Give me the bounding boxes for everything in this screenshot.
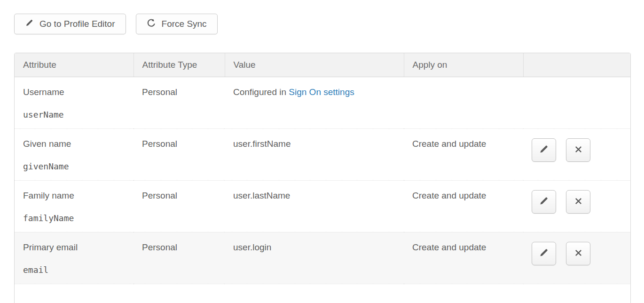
attribute-type: Personal xyxy=(142,190,216,201)
attribute-type-cell: Personal xyxy=(134,180,225,232)
table-row: Primary email email Personal user.login … xyxy=(15,232,631,284)
attributes-table-body: Username userName Personal Configured in… xyxy=(15,77,631,303)
attribute-type: Personal xyxy=(142,87,216,98)
attribute-type-cell: Personal xyxy=(134,232,225,284)
attribute-label: Primary email xyxy=(23,242,125,253)
attributes-table: Attribute Attribute Type Value Apply on … xyxy=(14,53,631,303)
attribute-label: Family name xyxy=(23,190,125,201)
apply-on-cell: Create and update xyxy=(404,180,523,232)
value-text: user.lastName xyxy=(233,191,290,200)
toolbar: Go to Profile Editor Force Sync xyxy=(14,14,644,34)
header-attribute: Attribute xyxy=(15,53,134,77)
attribute-variable: email xyxy=(23,264,125,276)
value-cell: user.lastName xyxy=(225,180,404,232)
close-icon xyxy=(573,144,583,156)
close-icon xyxy=(573,248,583,259)
apply-on-cell: Create and update xyxy=(404,128,523,180)
attribute-cell: Primary email email xyxy=(15,232,134,284)
apply-on-text: Create and update xyxy=(412,138,515,150)
close-icon xyxy=(573,196,583,207)
pencil-icon xyxy=(539,196,549,207)
attribute-type: Personal xyxy=(142,138,216,150)
table-row: Family name familyName Personal user.las… xyxy=(15,180,631,232)
header-apply-on: Apply on xyxy=(404,53,523,77)
refresh-icon xyxy=(147,18,156,30)
attribute-type: Personal xyxy=(142,242,216,253)
apply-on-cell: Create and update xyxy=(404,232,523,284)
table-row-partial xyxy=(15,284,631,303)
apply-on-text: Create and update xyxy=(412,190,515,201)
actions-cell xyxy=(523,232,631,284)
table-row: Username userName Personal Configured in… xyxy=(15,77,631,128)
attribute-cell: Given name givenName xyxy=(15,128,134,180)
force-sync-button[interactable]: Force Sync xyxy=(136,14,218,34)
actions-cell xyxy=(523,180,631,232)
page: Go to Profile Editor Force Sync Attribut… xyxy=(0,0,644,303)
attribute-variable: userName xyxy=(23,109,125,120)
attribute-label: Given name xyxy=(23,138,125,150)
attribute-label: Username xyxy=(23,87,125,98)
table-row: Given name givenName Personal user.first… xyxy=(15,128,631,180)
table-header: Attribute Attribute Type Value Apply on xyxy=(15,53,631,77)
value-text: Configured in xyxy=(233,87,289,97)
sign-on-settings-link[interactable]: Sign On settings xyxy=(289,87,354,97)
edit-attribute-button[interactable] xyxy=(532,242,556,265)
header-value: Value xyxy=(225,53,404,77)
attribute-type-cell: Personal xyxy=(134,77,225,128)
value-cell: Configured in Sign On settings xyxy=(225,77,404,128)
delete-attribute-button[interactable] xyxy=(566,242,590,265)
actions-cell xyxy=(523,77,631,128)
apply-on-cell xyxy=(404,77,523,128)
pencil-icon xyxy=(539,144,549,156)
edit-attribute-button[interactable] xyxy=(532,190,556,214)
row-actions xyxy=(532,242,622,265)
actions-cell xyxy=(523,128,631,180)
attribute-variable: familyName xyxy=(23,213,125,224)
row-actions xyxy=(532,138,622,162)
go-to-profile-editor-button[interactable]: Go to Profile Editor xyxy=(14,14,126,34)
delete-attribute-button[interactable] xyxy=(566,190,590,214)
row-actions xyxy=(532,190,622,214)
value-cell: user.firstName xyxy=(225,128,404,180)
edit-attribute-button[interactable] xyxy=(532,138,556,162)
pencil-icon xyxy=(539,247,549,259)
attribute-cell: Username userName xyxy=(15,77,134,128)
force-sync-label: Force Sync xyxy=(162,19,207,29)
pencil-icon xyxy=(25,18,34,30)
header-attribute-type: Attribute Type xyxy=(134,53,225,77)
value-text: user.firstName xyxy=(233,139,291,149)
attribute-type-cell: Personal xyxy=(134,128,225,180)
header-actions xyxy=(523,53,631,77)
attribute-variable: givenName xyxy=(23,161,125,172)
go-to-profile-editor-label: Go to Profile Editor xyxy=(39,19,115,29)
value-cell: user.login xyxy=(225,232,404,284)
attribute-cell: Family name familyName xyxy=(15,180,134,232)
delete-attribute-button[interactable] xyxy=(566,138,590,162)
apply-on-text: Create and update xyxy=(412,242,515,253)
value-text: user.login xyxy=(233,242,271,252)
